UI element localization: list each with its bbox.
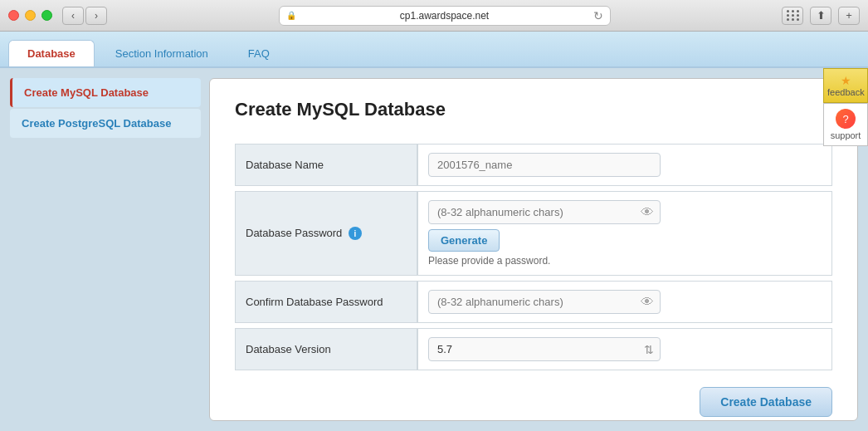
table-row: Database Password i 👁 Generate Please pr…: [235, 191, 832, 276]
support-tab[interactable]: ? support: [823, 103, 868, 146]
confirm-password-cell: 👁: [417, 281, 832, 323]
database-name-cell: [417, 144, 832, 186]
side-tab-wrap: ★ feedback ? support: [823, 68, 868, 146]
confirm-password-wrap: 👁: [428, 290, 661, 314]
form-title: Create MySQL Database: [235, 99, 832, 120]
password-eye-icon[interactable]: 👁: [641, 205, 654, 220]
database-password-label: Database Password i: [235, 191, 417, 276]
grid-icon: [787, 10, 798, 21]
table-row: Database Version 5.7 8.0 ⇅: [235, 328, 832, 370]
password-hint: Please provide a password.: [428, 255, 822, 267]
sidebar: Create MySQL Database Create PostgreSQL …: [10, 78, 201, 421]
back-icon: ‹: [71, 10, 75, 22]
sidebar-item-create-postgresql[interactable]: Create PostgreSQL Database: [10, 109, 201, 138]
database-password-input[interactable]: [428, 200, 661, 224]
share-icon: ⬆: [817, 9, 826, 22]
back-button[interactable]: ‹: [62, 7, 84, 25]
tab-database[interactable]: Database: [8, 40, 95, 66]
database-name-input[interactable]: [428, 153, 661, 177]
tab-faq-label: FAQ: [248, 47, 270, 60]
maximize-button[interactable]: [41, 10, 52, 21]
confirm-password-input[interactable]: [428, 290, 661, 314]
feedback-tab[interactable]: ★ feedback: [823, 68, 868, 103]
new-tab-button[interactable]: +: [838, 7, 860, 25]
database-version-select[interactable]: 5.7 8.0: [428, 337, 661, 361]
url-text: cp1.awardspace.net: [301, 10, 588, 22]
version-select-wrap: 5.7 8.0 ⇅: [428, 337, 661, 361]
form-table: Database Name Database Password i 👁: [235, 139, 832, 375]
star-icon: ★: [827, 74, 864, 87]
tab-section-information-label: Section Information: [115, 47, 208, 60]
table-row: Database Name: [235, 144, 832, 186]
support-circle-icon: ?: [836, 109, 856, 129]
omnibar[interactable]: 🔒 cp1.awardspace.net ↻: [279, 6, 611, 26]
database-password-cell: 👁 Generate Please provide a password.: [417, 191, 832, 276]
sidebar-item-create-mysql[interactable]: Create MySQL Database: [10, 78, 201, 107]
plus-icon: +: [846, 9, 852, 22]
content-area: Create MySQL Database Create PostgreSQL …: [0, 68, 868, 431]
generate-button-wrap: Generate: [428, 224, 822, 252]
confirm-eye-icon[interactable]: 👁: [641, 295, 654, 310]
confirm-password-label: Confirm Database Password: [235, 281, 417, 323]
database-version-label: Database Version: [235, 328, 417, 370]
nav-buttons: ‹ ›: [62, 7, 107, 25]
titlebar: ‹ › 🔒 cp1.awardspace.net ↻ ⬆ +: [0, 0, 868, 32]
create-database-button[interactable]: Create Database: [700, 387, 832, 417]
feedback-label: feedback: [827, 87, 865, 97]
database-version-cell: 5.7 8.0 ⇅: [417, 328, 832, 370]
sidebar-item-create-postgresql-label: Create PostgreSQL Database: [22, 117, 171, 130]
tab-section-information[interactable]: Section Information: [96, 40, 227, 66]
password-wrap: 👁: [428, 200, 661, 224]
database-name-label: Database Name: [235, 144, 417, 186]
minimize-button[interactable]: [25, 10, 36, 21]
traffic-lights: [8, 10, 52, 21]
table-row: Confirm Database Password 👁: [235, 281, 832, 323]
tab-faq[interactable]: FAQ: [229, 40, 289, 66]
grid-menu-button[interactable]: [782, 7, 803, 25]
forward-button[interactable]: ›: [85, 7, 107, 25]
main-panel: Create MySQL Database Database Name Data…: [209, 78, 858, 421]
close-button[interactable]: [8, 10, 19, 21]
omnibar-wrap: 🔒 cp1.awardspace.net ↻: [115, 6, 773, 26]
share-button[interactable]: ⬆: [810, 7, 831, 25]
lock-icon: 🔒: [286, 11, 296, 20]
tab-database-label: Database: [27, 47, 76, 60]
reload-icon[interactable]: ↻: [593, 9, 603, 22]
tabbar: Database Section Information FAQ: [0, 32, 868, 68]
support-label: support: [831, 130, 861, 140]
titlebar-right: ⬆ +: [782, 7, 860, 25]
sidebar-item-create-mysql-label: Create MySQL Database: [24, 86, 149, 99]
forward-icon: ›: [95, 10, 98, 22]
info-icon[interactable]: i: [349, 227, 362, 240]
generate-button[interactable]: Generate: [428, 229, 500, 252]
